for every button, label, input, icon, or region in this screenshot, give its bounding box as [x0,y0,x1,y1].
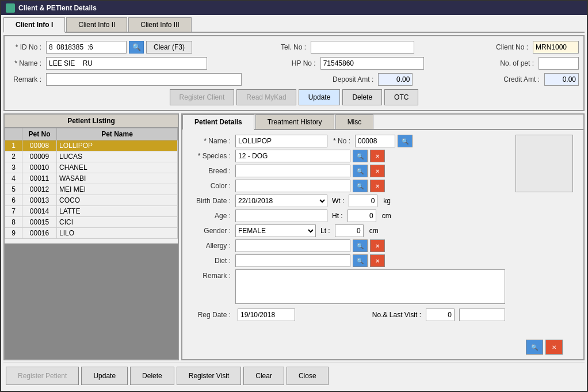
deposit-input[interactable] [378,73,413,86]
pet-no-input[interactable] [355,135,395,147]
table-row[interactable]: 7 00014 LATTE [5,206,178,217]
diet-input[interactable] [235,254,350,267]
tab-client-info-3[interactable]: Client Info III [128,17,191,32]
species-search-btn[interactable]: 🔍 [353,150,368,162]
allergy-search-btn[interactable]: 🔍 [353,239,368,252]
register-visit-btn[interactable]: Register Visit [177,367,241,385]
table-row[interactable]: 9 00016 LILO [5,228,178,239]
cell-num: 1 [5,140,22,151]
photo-clear-btn[interactable]: ✕ [545,340,563,355]
main-content: Client Info I Client Info II Client Info… [1,15,587,391]
cell-pet-no: 00016 [22,228,57,239]
main-window: Client & PETient Details Client Info I C… [0,0,588,392]
register-petient-btn[interactable]: Register Petient [6,367,79,385]
detail-left: * Name : * No : 🔍 * Species : 🔍 ✕ [187,135,505,355]
cell-num: 9 [5,228,22,239]
table-row[interactable]: 3 00010 CHANEL [5,162,178,173]
cell-pet-no: 00011 [22,173,57,184]
client-update-btn[interactable]: Update [299,89,341,105]
cell-pet-name: CHANEL [57,162,178,173]
client-panel: * ID No : 🔍 Clear (F3) Tel. No : Client … [3,35,585,111]
gender-select[interactable]: FEMALE MALE [235,224,316,237]
client-delete-btn[interactable]: Delete [342,89,382,105]
footer-delete-btn[interactable]: Delete [130,367,174,385]
lt-input[interactable] [335,224,364,237]
species-label: * Species : [187,152,233,160]
birth-date-select[interactable]: 22/10/2018 [235,195,327,207]
color-input[interactable] [235,180,350,192]
no-of-pet-input[interactable] [539,57,579,70]
species-input[interactable] [235,150,350,162]
table-row[interactable]: 6 00013 COCO [5,195,178,206]
table-row[interactable]: 8 00015 CICI [5,217,178,228]
breed-row: Breed : 🔍 ✕ [187,165,505,177]
breed-input[interactable] [235,165,350,177]
pet-remark-label: Remark : [187,269,233,280]
pet-name-input[interactable] [235,135,327,147]
color-clear-btn[interactable]: ✕ [370,180,385,192]
breed-search-btn[interactable]: 🔍 [353,165,368,177]
lt-label: Lt : [320,227,330,235]
ht-label: Ht : [332,212,343,220]
ht-unit: cm [382,212,391,220]
id-label: * ID No : [9,43,44,51]
clear-f3-btn[interactable]: Clear (F3) [146,41,192,54]
detail-tab-details[interactable]: Petient Details [182,115,254,130]
table-row[interactable]: 2 00009 LUCAS [5,151,178,162]
remark-input[interactable] [46,73,242,86]
detail-tab-treatment[interactable]: Treatment History [255,115,334,129]
pet-remark-row: Remark : [187,269,505,304]
last-visit-count-input[interactable] [426,309,455,321]
age-row: Age : Ht : cm [187,210,505,222]
credit-input[interactable] [544,73,579,86]
name-input[interactable] [46,57,207,70]
age-input[interactable] [235,210,327,222]
pet-no-search-btn[interactable]: 🔍 [398,135,413,147]
client-no-input[interactable] [533,41,579,54]
detail-tab-misc[interactable]: Misc [335,115,374,129]
ht-input[interactable] [348,210,376,222]
footer-close-btn[interactable]: Close [287,367,329,385]
gender-label: Gender : [187,227,233,235]
cell-pet-name: LATTE [57,206,178,217]
allergy-input[interactable] [235,239,350,252]
age-label: Age : [187,212,233,220]
register-client-btn[interactable]: Register Client [170,89,235,105]
tab-client-info-1[interactable]: Client Info I [3,17,65,33]
diet-search-btn[interactable]: 🔍 [353,254,368,267]
species-clear-btn[interactable]: ✕ [370,150,385,162]
id-row: * ID No : 🔍 Clear (F3) Tel. No : Client … [9,41,579,54]
diet-label: Diet : [187,257,233,265]
window-title: Client & PETient Details [18,4,97,12]
ht-group: Ht : cm [332,210,391,222]
table-row[interactable]: 1 00008 LOLLIPOP [5,140,178,151]
cell-pet-name: WASABI [57,173,178,184]
client-tab-bar: Client Info I Client Info II Client Info… [3,17,585,33]
footer-update-btn[interactable]: Update [81,367,128,385]
table-row[interactable]: 5 00012 MEI MEI [5,184,178,195]
hp-input[interactable] [320,57,424,70]
photo-search-btn[interactable]: 🔍 [526,340,543,355]
hp-label: HP No : [284,59,318,67]
reg-date-input[interactable] [238,309,295,321]
wt-input[interactable] [349,195,377,207]
otc-btn[interactable]: OTC [384,89,418,105]
tel-input[interactable] [311,41,414,54]
read-mykad-btn[interactable]: Read MyKad [236,89,296,105]
diet-clear-btn[interactable]: ✕ [370,254,385,267]
allergy-clear-btn[interactable]: ✕ [370,239,385,252]
wt-unit: kg [383,197,391,205]
color-search-btn[interactable]: 🔍 [353,180,368,192]
table-row[interactable]: 4 00011 WASABI [5,173,178,184]
reg-date-row: Reg Date : No.& Last Visit : [187,309,505,321]
breed-clear-btn[interactable]: ✕ [370,165,385,177]
pet-remark-textarea[interactable] [235,269,505,304]
last-visit-date-input[interactable] [459,309,505,321]
bottom-split: Petient Listing Pet No Pet Name 1 000 [3,113,585,360]
cell-pet-name: MEI MEI [57,184,178,195]
id-input[interactable] [46,41,127,54]
id-search-btn[interactable]: 🔍 [129,41,144,54]
footer-clear-btn[interactable]: Clear [243,367,284,385]
tab-client-info-2[interactable]: Client Info II [66,17,127,32]
cell-pet-no: 00009 [22,151,57,162]
